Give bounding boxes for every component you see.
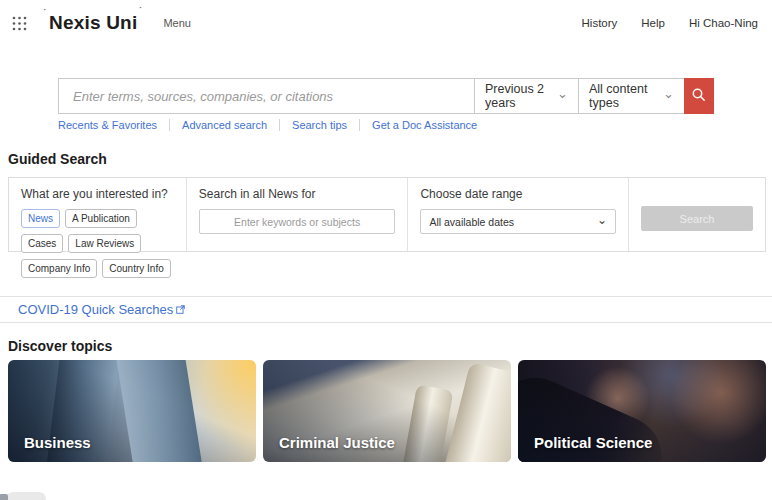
date-range-value: All available dates <box>429 216 514 228</box>
covid-quick-searches-link[interactable]: COVID-19 Quick Searches <box>18 302 185 317</box>
keywords-label: Search in all News for <box>199 187 396 201</box>
chip-law-reviews[interactable]: Law Reviews <box>68 234 141 253</box>
link-advanced-search[interactable]: Advanced search <box>170 119 280 131</box>
keywords-column: Search in all News for <box>187 178 408 251</box>
search-button[interactable] <box>684 78 714 114</box>
chip-cases[interactable]: Cases <box>21 234 63 253</box>
chip-news[interactable]: News <box>21 209 60 228</box>
external-link-icon <box>176 302 185 317</box>
main-search-bar: Previous 2 years ⌄ All content types ⌄ <box>58 78 714 114</box>
search-icon <box>691 87 707 106</box>
date-filter-value: Previous 2 years <box>485 82 551 110</box>
interest-options: News A Publication Cases Law Reviews Com… <box>21 209 180 278</box>
logo[interactable]: Nexis Uni <box>49 12 137 34</box>
topic-card-label: Political Science <box>534 434 652 451</box>
topic-card-criminal-justice[interactable]: Criminal Justice <box>263 360 511 462</box>
content-type-value: All content types <box>589 82 657 110</box>
chevron-down-icon: ⌄ <box>663 90 674 98</box>
bottom-edge-widget-peek <box>6 492 46 500</box>
chevron-down-icon: ⌄ <box>597 213 607 227</box>
chevron-down-icon: ⌄ <box>557 90 568 98</box>
guided-search-title: Guided Search <box>8 151 107 167</box>
date-filter-dropdown[interactable]: Previous 2 years ⌄ <box>474 79 578 113</box>
interest-label: What are you interested in? <box>21 187 180 201</box>
nav-user-greeting[interactable]: Hi Chao-Ning <box>689 17 758 29</box>
menu-button[interactable]: Menu <box>163 17 191 29</box>
covid-quick-searches-bar: COVID-19 Quick Searches <box>0 296 772 323</box>
chip-company-info[interactable]: Company Info <box>21 259 97 278</box>
discover-topics-title: Discover topics <box>8 338 112 354</box>
search-input[interactable] <box>59 79 474 113</box>
topic-card-political-science[interactable]: Political Science <box>518 360 766 462</box>
date-range-label: Choose date range <box>420 187 616 201</box>
content-type-dropdown[interactable]: All content types ⌄ <box>578 79 684 113</box>
nav-history[interactable]: History <box>582 17 618 29</box>
interest-column: What are you interested in? News A Publi… <box>9 178 186 251</box>
search-quick-links: Recents & Favorites Advanced search Sear… <box>58 119 489 131</box>
top-bar-left: Nexis Uni Menu <box>12 12 191 34</box>
top-bar-right: History Help Hi Chao-Ning <box>582 17 758 29</box>
nav-help[interactable]: Help <box>641 17 665 29</box>
topic-card-business[interactable]: Business <box>8 360 256 462</box>
top-bar: Nexis Uni Menu History Help Hi Chao-Ning <box>0 0 772 46</box>
page: Nexis Uni Menu History Help Hi Chao-Ning… <box>0 0 772 500</box>
link-recents-favorites[interactable]: Recents & Favorites <box>58 119 170 131</box>
keywords-input[interactable] <box>199 209 396 234</box>
guided-search-submit-button[interactable]: Search <box>641 206 753 231</box>
covid-link-label: COVID-19 Quick Searches <box>18 302 173 317</box>
chip-country-info[interactable]: Country Info <box>102 259 170 278</box>
guided-search-panel: What are you interested in? News A Publi… <box>8 177 766 252</box>
topic-card-label: Criminal Justice <box>279 434 395 451</box>
apps-grid-icon[interactable] <box>12 16 27 31</box>
chip-a-publication[interactable]: A Publication <box>65 209 137 228</box>
date-range-column: Choose date range All available dates ⌄ <box>408 178 628 251</box>
date-range-select[interactable]: All available dates ⌄ <box>420 209 616 234</box>
submit-column: Search <box>629 178 765 251</box>
link-search-tips[interactable]: Search tips <box>280 119 360 131</box>
topic-card-label: Business <box>24 434 91 451</box>
link-doc-assistance[interactable]: Get a Doc Assistance <box>360 119 489 131</box>
topic-cards: Business Criminal Justice Political Scie… <box>8 360 766 462</box>
